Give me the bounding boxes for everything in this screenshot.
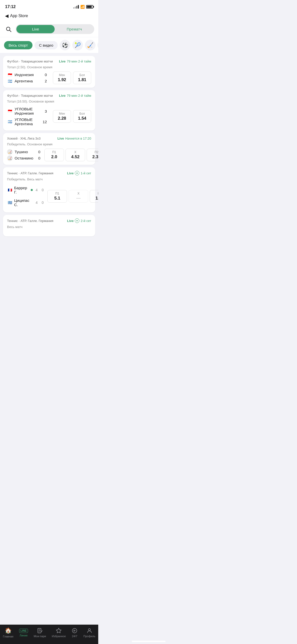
odds-label-4-x: Х — [71, 192, 85, 195]
team-row-4b: 🇬🇷 Циципас С. 4 0 — [7, 196, 45, 209]
logo-ostankino: 🏒 — [7, 155, 13, 161]
odds-value-4-p2: 1.11 — [92, 196, 98, 201]
live-tab[interactable]: Live — [16, 25, 55, 33]
match-card-5[interactable]: Теннис · АТР. Галле. Германия Live 2-й с… — [3, 215, 95, 236]
signal-icon — [73, 5, 79, 9]
odds-label-4-p1: П1 — [50, 192, 64, 195]
team-name-4a: Баррер Г. — [14, 185, 29, 195]
flag-tsitsipas: 🇬🇷 — [7, 200, 13, 205]
football-filter-btn[interactable]: ⚽ — [60, 40, 70, 50]
team-name-1b: Аргентина — [15, 78, 40, 84]
card-sport-3: Хоккей · XHL Лига 3х3 — [7, 137, 41, 140]
card-header-1: Футбол · Товарищеские матчи Live 79 мин … — [7, 59, 91, 63]
search-button[interactable] — [4, 25, 13, 34]
odds-box-1-bol[interactable]: Бол 1.81 — [73, 72, 91, 84]
card-market-2: Тотал (16.50). Основное время — [7, 100, 91, 103]
back-nav[interactable]: ◀ App Store — [0, 12, 98, 21]
flag-barrer: 🇫🇷 — [7, 187, 13, 193]
cards-list: Футбол · Товарищеские матчи Live 79 мин … — [0, 53, 98, 264]
status-time: 17:12 — [5, 4, 16, 9]
prematch-tab[interactable]: Прематч — [55, 25, 93, 33]
odds-label-3-x: Х — [68, 150, 82, 154]
match-card-4[interactable]: Теннис · АТР. Галле. Германия Live 1-й с… — [3, 167, 95, 212]
video-play-icon-5 — [75, 218, 79, 223]
odds-label-1-bol: Бол — [77, 73, 87, 77]
live-badge-3: Live — [57, 137, 64, 140]
odds-box-3-p1[interactable]: П1 2.0 — [44, 149, 64, 161]
odds-label-2-men: Мен — [57, 112, 67, 115]
match-card-1[interactable]: Футбол · Товарищеские матчи Live 79 мин … — [3, 56, 95, 88]
match-card-3[interactable]: Хоккей · XHL Лига 3х3 Live Начнется в 17… — [3, 133, 95, 165]
flag-indonesia-1: 🇮🇩 — [7, 72, 13, 78]
sport4-filter-btn[interactable]: 🏓 — [97, 40, 98, 50]
score-1a: 0 — [42, 73, 47, 77]
card-sport-1: Футбол · Товарищеские матчи — [7, 59, 53, 63]
match-card-2[interactable]: Футбол · Товарищеские матчи Live 79 мин … — [3, 90, 95, 131]
odds-value-4-p1: 5.1 — [50, 196, 64, 201]
score-2b: 12 — [42, 120, 47, 124]
back-label: App Store — [10, 14, 28, 18]
tennis-filter-btn[interactable]: 🎾 — [72, 40, 83, 50]
live-time-3: Начнется в 17:20 — [65, 137, 91, 140]
team-row-3b: 🏒 Останкино 0 — [7, 155, 42, 161]
card-market-4: Победитель. Весь матч — [7, 177, 91, 181]
flag-argentina-2: 🇦🇷 — [7, 119, 13, 124]
back-arrow-icon: ◀ — [5, 13, 9, 19]
team-name-3b: Останкино — [15, 155, 33, 161]
odds-box-2-men[interactable]: Мен 2.28 — [53, 110, 71, 123]
odds-label-2-bol: Бол — [77, 112, 87, 115]
serving-dot-4a — [31, 189, 33, 191]
odds-value-1-bol: 1.81 — [77, 77, 87, 82]
odds-grid-2: Мен 2.28 Бол 1.54 — [53, 110, 91, 123]
all-sports-filter[interactable]: Весь спорт — [4, 41, 32, 49]
team-name-2a: УГЛОВЫЕ Индонезия — [15, 106, 40, 116]
score-2a: 3 — [42, 109, 47, 113]
sport-filter-bar: Весь спорт С видео ⚽ 🎾 🏑 🏓 — [0, 37, 98, 53]
odds-grid-1: Мен 1.92 Бол 1.81 — [53, 72, 91, 84]
team-row-4a: 🇫🇷 Баррер Г. 4 0 — [7, 184, 45, 196]
odds-box-3-p2[interactable]: П2 2.35 — [87, 149, 98, 161]
odds-box-3-x[interactable]: Х 4.52 — [65, 149, 85, 161]
card-market-1: Тотал (2.50). Основное время — [7, 65, 91, 69]
card-market-5: Весь матч — [7, 225, 91, 229]
live-time-5: 2-й сет — [81, 219, 91, 223]
card-header-4: Теннис · АТР. Галле. Германия Live 1-й с… — [7, 171, 91, 175]
team-row-2b: 🇦🇷 УГЛОВЫЕ Аргентина 12 — [7, 116, 49, 127]
status-bar: 17:12 📶 — [0, 0, 98, 12]
team-name-2b: УГЛОВЫЕ Аргентина — [15, 116, 40, 127]
team-row-2a: 🇮🇩 УГЛОВЫЕ Индонезия 3 — [7, 106, 49, 116]
team-row-3a: 🏒 Тушино 0 — [7, 149, 42, 155]
live-badge-2: Live — [59, 94, 65, 98]
card-market-3: Победитель. Основное время — [7, 142, 91, 146]
card-sport-5: Теннис · АТР. Галле. Германия — [7, 219, 53, 223]
game-score-4b: 0 — [40, 201, 45, 205]
card-header-3: Хоккей · XHL Лига 3х3 Live Начнется в 17… — [7, 137, 91, 140]
sport3-filter-btn[interactable]: 🏑 — [85, 40, 95, 50]
card-live-info-3: Live Начнется в 17:20 — [57, 137, 91, 140]
live-time-2: 79 мин 2-й тайм — [67, 94, 91, 98]
card-live-info-5: Live 2-й сет — [67, 218, 91, 223]
odds-box-4-p2[interactable]: П2 1.11 — [90, 190, 98, 203]
odds-value-3-p1: 2.0 — [47, 154, 61, 159]
live-badge-1: Live — [59, 59, 65, 63]
odds-box-4-p1[interactable]: П1 5.1 — [47, 190, 67, 203]
video-play-icon-4 — [75, 171, 79, 175]
odds-box-2-bol[interactable]: Бол 1.54 — [73, 110, 91, 123]
odds-label-4-p2: П2 — [92, 192, 98, 195]
odds-box-1-men[interactable]: Мен 1.92 — [53, 72, 71, 84]
card-header-2: Футбол · Товарищеские матчи Live 79 мин … — [7, 94, 91, 98]
search-toggle-bar: Live Прематч — [0, 21, 98, 37]
video-filter[interactable]: С видео — [35, 41, 58, 49]
search-icon — [6, 26, 11, 32]
odds-label-3-p2: П2 — [89, 150, 98, 154]
score-3b: 0 — [35, 156, 40, 160]
card-sport-2: Футбол · Товарищеские матчи — [7, 94, 53, 98]
odds-value-3-p2: 2.35 — [89, 154, 98, 159]
status-icons: 📶 — [73, 5, 93, 9]
odds-value-3-x: 4.52 — [68, 154, 82, 159]
live-prematch-toggle: Live Прематч — [16, 24, 94, 34]
live-badge-5: Live — [67, 219, 74, 223]
game-score-4a: 0 — [40, 188, 45, 192]
team-row-1a: 🇮🇩 Индонезия 0 — [7, 72, 49, 78]
score-3a: 0 — [35, 150, 40, 154]
